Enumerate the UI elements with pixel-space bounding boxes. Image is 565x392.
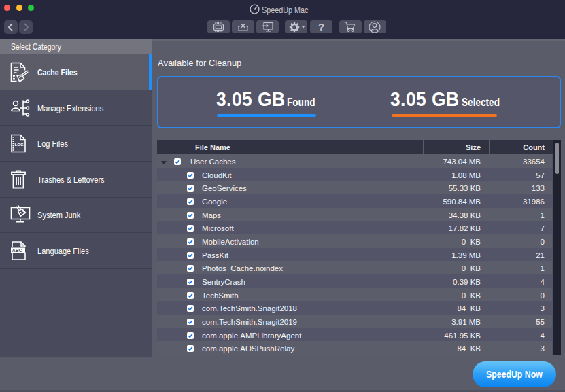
svg-text:LOG: LOG xyxy=(14,142,24,147)
svg-text:ABC: ABC xyxy=(12,248,22,253)
